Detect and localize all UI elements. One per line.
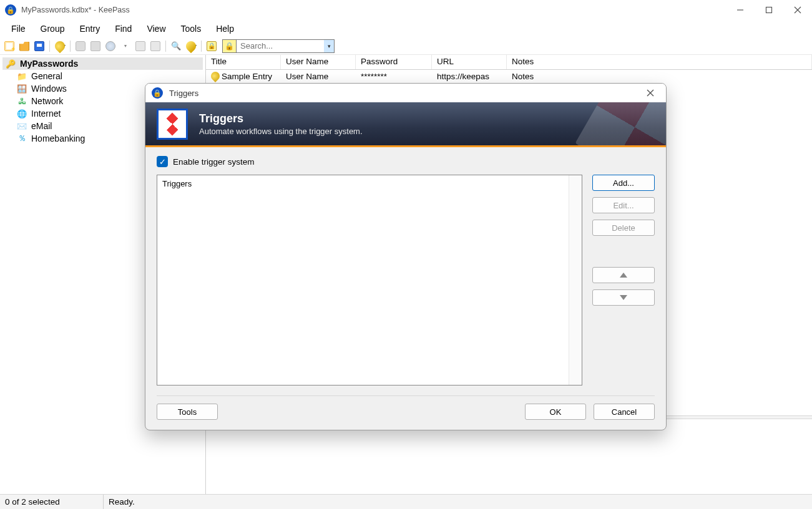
dialog-banner: Triggers Automate workflows using the tr… (145, 102, 666, 147)
edit-trigger-button[interactable]: Edit... (592, 197, 655, 213)
dialog-separator (157, 395, 655, 396)
dialog-footer: Tools OK Cancel (145, 404, 666, 430)
triggers-banner-icon (157, 109, 188, 140)
dialog-heading: Triggers (199, 112, 363, 125)
dialog-subheading: Automate workflows using the trigger sys… (199, 127, 363, 136)
enable-trigger-row[interactable]: ✓ Enable trigger system (157, 156, 655, 167)
triggers-listbox[interactable]: Triggers (157, 175, 582, 385)
dialog-side-buttons: Add... Edit... Delete (592, 175, 655, 385)
dialog-tools-button[interactable]: Tools (157, 404, 218, 420)
dialog-backdrop: 🔒 Triggers Triggers Automate workflows u… (0, 0, 812, 509)
dialog-titlebar: 🔒 Triggers (145, 84, 666, 102)
banner-decoration (575, 102, 666, 147)
dialog-ok-button[interactable]: OK (525, 404, 586, 420)
enable-trigger-label: Enable trigger system (173, 157, 255, 167)
dialog-cancel-button[interactable]: Cancel (594, 404, 655, 420)
add-trigger-button[interactable]: Add... (592, 175, 655, 191)
dialog-close-button[interactable] (641, 84, 660, 102)
dialog-title-text: Triggers (169, 89, 198, 98)
move-up-button[interactable] (592, 267, 655, 283)
triggers-list-header: Triggers (162, 179, 192, 188)
enable-trigger-checkbox[interactable]: ✓ (157, 156, 168, 167)
dialog-app-icon: 🔒 (152, 87, 163, 99)
delete-trigger-button[interactable]: Delete (592, 220, 655, 236)
triggers-dialog: 🔒 Triggers Triggers Automate workflows u… (145, 83, 667, 430)
move-down-button[interactable] (592, 289, 655, 306)
